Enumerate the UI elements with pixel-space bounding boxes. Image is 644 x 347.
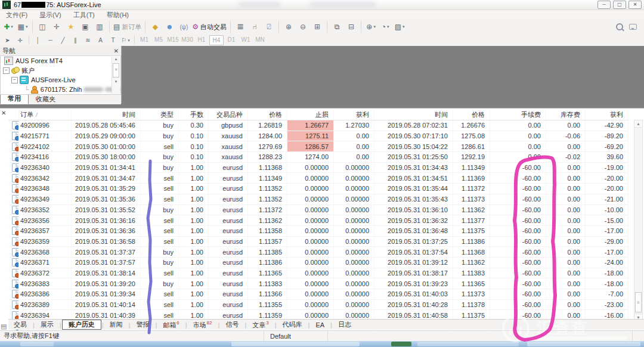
- arrows-dropdown[interactable]: ⚐▾: [120, 35, 131, 46]
- terminal-tab-7[interactable]: 市场82: [188, 320, 218, 330]
- column-header-symbol[interactable]: 交易品种: [209, 110, 248, 120]
- column-header-lots[interactable]: 手数: [179, 110, 209, 120]
- status-profile[interactable]: Default: [264, 331, 328, 341]
- terminal-tab-2[interactable]: 展示: [35, 320, 59, 330]
- taskbar-button[interactable]: [20, 342, 54, 346]
- profiles-button[interactable]: ▦▾: [16, 20, 29, 33]
- terminal-tab-1[interactable]: 交易: [8, 320, 32, 330]
- collapse-icon[interactable]: −: [3, 67, 10, 74]
- search-icon[interactable]: [616, 23, 623, 30]
- line-chart-icon[interactable]: ⍁: [262, 20, 275, 33]
- history-row[interactable]: 492157712019.05.29 09:00:00buy0.10xauusd…: [8, 131, 628, 142]
- taskbar-button[interactable]: [231, 342, 360, 346]
- taskbar-button[interactable]: [391, 342, 411, 346]
- history-row[interactable]: 492341162019.05.30 18:00:00buy0.10xauusd…: [8, 152, 628, 163]
- market-watch-icon[interactable]: ◫: [36, 20, 49, 33]
- new-order-button[interactable]: ▤新订单: [113, 20, 142, 33]
- terminal-tab-11[interactable]: EA: [310, 321, 330, 329]
- terminal-tab-4[interactable]: 新闻: [104, 320, 128, 330]
- tile-windows-icon[interactable]: ⊞: [311, 20, 324, 33]
- taskbar-button[interactable]: [417, 342, 519, 346]
- periods-dropdown[interactable]: ◔▾: [379, 20, 392, 33]
- horizontal-line-tool[interactable]: ─: [45, 35, 56, 46]
- vertical-line-tool[interactable]: │: [32, 35, 44, 46]
- terminal-icon[interactable]: ▣: [79, 20, 92, 33]
- channel-tool[interactable]: ∥: [70, 35, 81, 46]
- column-header-close_price[interactable]: 价格: [453, 110, 490, 120]
- column-header-close_time[interactable]: 时间: [374, 110, 453, 120]
- indicators-dropdown[interactable]: ⊕▾: [364, 20, 377, 33]
- timeframe-w1[interactable]: W1: [239, 35, 252, 44]
- terminal-tab-8[interactable]: 信号: [220, 320, 244, 330]
- zoom-out-icon[interactable]: ⊖: [296, 20, 309, 33]
- navigator-close-icon[interactable]: ✕: [114, 48, 119, 54]
- text-tool[interactable]: A: [95, 35, 106, 46]
- timeframe-h1[interactable]: H1: [195, 35, 208, 44]
- navigator-scrollbar[interactable]: ▴≡▾: [112, 57, 120, 94]
- bar-chart-icon[interactable]: 𝌆: [234, 20, 247, 33]
- history-row[interactable]: 492363592019.05.31 01:36:58sell1.00eurus…: [8, 237, 628, 247]
- tree-item-account[interactable]: └ 6701175: Zhih: [1, 85, 120, 94]
- history-row[interactable]: 492363722019.05.31 01:38:14sell1.00eurus…: [8, 268, 628, 279]
- history-row[interactable]: 492363682019.05.31 01:37:37buy1.00eurusd…: [8, 247, 628, 258]
- history-row[interactable]: 492363422019.05.31 01:34:47sell1.00eurus…: [8, 173, 628, 184]
- fibonacci-tool[interactable]: ≋: [82, 35, 94, 46]
- column-header-sl[interactable]: 止损: [287, 110, 334, 120]
- menu-view[interactable]: 显示(V): [33, 10, 67, 19]
- feedback-icon[interactable]: [629, 24, 637, 30]
- timeframe-m1[interactable]: M1: [138, 35, 151, 44]
- history-row[interactable]: 492363482019.05.31 01:35:29sell1.00eurus…: [8, 184, 628, 194]
- column-header-open_price[interactable]: 价格: [248, 110, 287, 120]
- tree-item-server[interactable]: − AUSForex-Live: [1, 75, 120, 85]
- terminal-tab-6[interactable]: 邮箱6: [157, 320, 184, 330]
- menu-file[interactable]: 文件(F): [0, 10, 33, 19]
- history-row[interactable]: 492363562019.05.31 01:36:16sell1.00eurus…: [8, 215, 628, 226]
- column-header-tp[interactable]: 获利: [334, 110, 374, 120]
- close-button[interactable]: ✕: [628, 1, 642, 9]
- history-row[interactable]: 492241022019.05.30 01:00:00sell0.10xauus…: [8, 141, 628, 152]
- tree-item-accounts[interactable]: − 账户: [1, 66, 120, 75]
- autotrading-button[interactable]: ⚙自动交易: [191, 20, 227, 33]
- column-header-order[interactable]: 订单/: [19, 110, 72, 120]
- terminal-tab-3[interactable]: 账户历史: [62, 320, 101, 330]
- timeframe-h4[interactable]: H4: [209, 35, 224, 45]
- cursor-tool[interactable]: ➤: [2, 35, 13, 46]
- terminal-tab-10[interactable]: 代码库: [277, 320, 308, 330]
- signals-icon[interactable]: (ψ): [177, 20, 190, 33]
- history-row[interactable]: 492363862019.05.31 01:39:34sell1.00eurus…: [8, 289, 628, 300]
- restore-button[interactable]: ▢: [613, 1, 626, 9]
- history-row[interactable]: 492009962019.05.28 05:45:46buy0.30gbpusd…: [8, 120, 628, 131]
- column-header-type[interactable]: 类型: [141, 110, 179, 120]
- history-row[interactable]: 492363572019.05.31 01:36:36sell1.00eurus…: [8, 226, 628, 237]
- history-row[interactable]: 492363892019.05.31 01:40:14sell1.00eurus…: [8, 300, 628, 311]
- zoom-in-icon[interactable]: ⊕: [282, 20, 295, 33]
- timeframe-m15[interactable]: M15: [166, 35, 179, 44]
- column-header-commission[interactable]: 手续费: [490, 110, 546, 120]
- history-row[interactable]: 492363832019.05.31 01:39:20buy1.00eurusd…: [8, 278, 628, 289]
- new-chart-button[interactable]: ✚▾: [2, 20, 15, 33]
- terminal-close-icon[interactable]: ✕: [1, 110, 6, 116]
- templates-dropdown[interactable]: ▨▾: [393, 20, 406, 33]
- timeframe-mn[interactable]: MN: [253, 35, 267, 44]
- community-icon[interactable]: ☻: [163, 20, 176, 33]
- navigator-tab-favorites[interactable]: 收藏夹: [29, 94, 63, 104]
- column-header-open_time[interactable]: 时间: [72, 110, 141, 120]
- taskbar-button[interactable]: [527, 342, 640, 346]
- navigator-icon[interactable]: ★: [64, 20, 78, 33]
- terminal-tab-5[interactable]: 警报: [131, 320, 154, 330]
- cascade-windows-icon[interactable]: ⧉: [330, 20, 343, 33]
- text-label-tool[interactable]: T: [107, 35, 119, 46]
- data-window-icon[interactable]: ✛: [50, 20, 63, 33]
- history-row[interactable]: 492363492019.05.31 01:35:36sell1.00eurus…: [8, 194, 628, 205]
- history-row[interactable]: 492363522019.05.31 01:35:52buy1.00eurusd…: [8, 205, 628, 216]
- crosshair-tool[interactable]: ✛: [14, 35, 26, 46]
- timeframe-m5[interactable]: M5: [152, 35, 165, 44]
- arrange-windows-icon[interactable]: ⊟: [345, 20, 358, 33]
- windows-taskbar[interactable]: [0, 341, 644, 347]
- timeframe-m30[interactable]: M30: [181, 35, 194, 44]
- scroll-thumb[interactable]: ≡: [635, 292, 642, 312]
- collapse-icon[interactable]: −: [11, 77, 18, 83]
- column-header-swap[interactable]: 库存费: [546, 110, 586, 120]
- history-row[interactable]: 492363712019.05.31 01:37:57buy1.00eurusd…: [8, 258, 628, 268]
- history-row[interactable]: 492363402019.05.31 01:34:41buy1.00eurusd…: [8, 163, 628, 174]
